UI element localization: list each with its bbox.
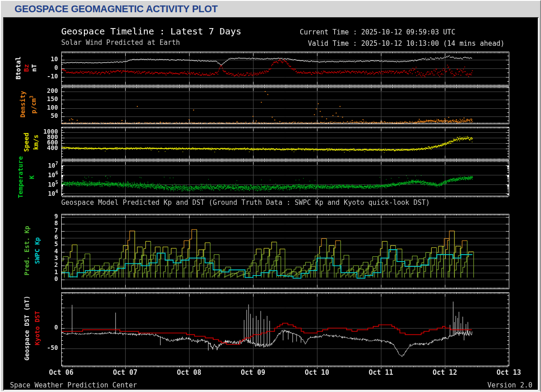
x-tick-label: Oct 07 [102,368,148,377]
valid-time-label: Valid Time : 2025-10-12 10:13:00 (14 min… [308,39,504,48]
x-tick-label: Oct 08 [166,368,212,377]
x-tick-label: Oct 10 [294,368,340,377]
page-background: GEOSPACE GEOMAGNETIC ACTIVITY PLOT Geosp… [0,0,541,392]
y-axis-label: K [28,141,35,213]
geospace-plot-canvas [1,1,541,392]
x-tick-label: Oct 13 [486,368,531,377]
x-tick-label: Oct 12 [422,368,468,377]
kp-dst-section-title: Geospace Model Predicted Kp and DST (Gro… [61,198,430,207]
plot-subtitle: Solar Wind Predicted at Earth [61,39,180,47]
y-axis-label: Pred. Est. Kp [23,214,30,287]
y-tick-label: 105 [19,180,58,188]
y-axis-label: SWPC Kp [34,214,41,287]
y-tick-label: 104 [19,189,58,197]
x-tick-label: Oct 06 [39,368,84,377]
y-axis-label: Kyoto DST [34,292,41,364]
x-tick-label: Oct 09 [230,368,276,377]
y-axis-label: Geospace DST (nT) [23,292,30,364]
plot-title: Geospace Timeline : Latest 7 Days [61,26,241,37]
current-time-label: Current Time : 2025-10-12 09:59:03 UTC [300,28,455,36]
footer-org: Space Weather Prediction Center [10,381,137,389]
x-tick-label: Oct 11 [358,368,404,377]
y-tick-label: 106 [19,170,58,179]
footer-version: Version 2.0 [487,381,532,389]
y-tick-label: 107 [19,161,58,169]
y-axis-label: Temperature [17,141,24,213]
